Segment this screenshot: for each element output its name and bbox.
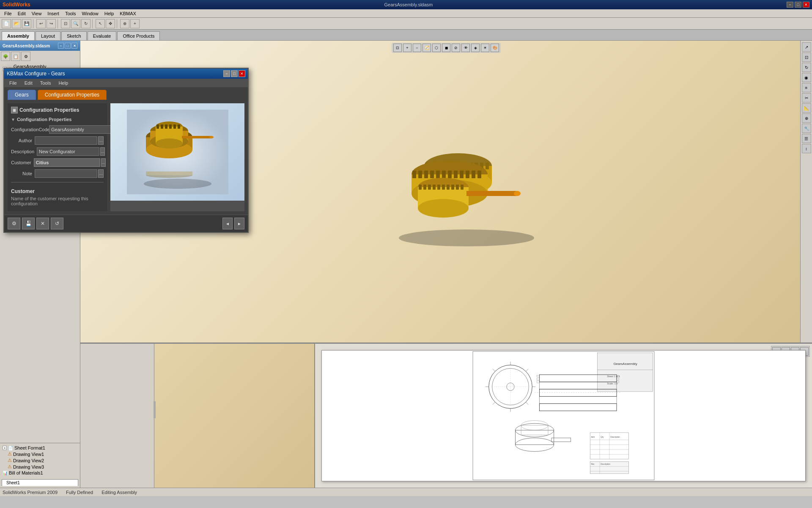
config-desc-btn[interactable]: … xyxy=(100,147,105,156)
config-desc-input[interactable] xyxy=(37,147,99,156)
undo-button[interactable]: ↩ xyxy=(36,19,46,28)
wireframe-button[interactable]: ⬡ xyxy=(432,44,441,52)
vp-tool-10[interactable]: ☰ xyxy=(802,134,811,143)
kbmax-menu-help[interactable]: Help xyxy=(55,80,71,86)
rotate-button[interactable]: ↻ xyxy=(81,19,91,28)
save-button[interactable]: 💾 xyxy=(22,19,31,28)
menu-insert[interactable]: Insert xyxy=(45,10,62,17)
kbmax-settings-button[interactable]: ⚙ xyxy=(8,218,20,229)
zoom-in-vp-button[interactable]: + xyxy=(403,44,411,52)
svg-text:Description: Description xyxy=(601,463,610,465)
menu-tools[interactable]: Tools xyxy=(63,10,79,17)
tree-item-bom[interactable]: 📊 Bill of Materials1 xyxy=(2,470,78,476)
kbmax-tab-config[interactable]: Configuration Properties xyxy=(38,90,107,100)
tree-item-sheet-format[interactable]: + 📄 Sheet Format1 xyxy=(2,445,78,451)
vp-tool-3[interactable]: ↻ xyxy=(802,63,811,72)
config-customer-input[interactable] xyxy=(34,158,100,167)
menu-file[interactable]: File xyxy=(2,10,14,17)
panel-minimize[interactable]: − xyxy=(58,43,64,49)
kbmax-preview-panel xyxy=(110,103,244,211)
panel-restore[interactable]: □ xyxy=(65,43,71,49)
tab-sketch[interactable]: Sketch xyxy=(61,31,87,40)
tab-office-products[interactable]: Office Products xyxy=(117,31,160,40)
vp-tool-6[interactable]: ✂ xyxy=(802,93,811,102)
mate-button[interactable]: ⊕ xyxy=(120,19,129,28)
tab-evaluate[interactable]: Evaluate xyxy=(88,31,117,40)
zoom-in-button[interactable]: 🔍 xyxy=(71,19,80,28)
restore-button[interactable]: □ xyxy=(795,2,801,8)
svg-rect-14 xyxy=(486,163,489,169)
vp-tool-11[interactable]: ↕ xyxy=(802,144,811,153)
kbmax-prev-button[interactable]: ◄ xyxy=(222,218,233,229)
kbmax-dialog-title: KBMax Configure - Gears xyxy=(7,71,223,77)
section-button[interactable]: ⊘ xyxy=(452,44,460,52)
tree-item-drawing-view2[interactable]: ⚠ Drawing View2 xyxy=(2,457,78,464)
kbmax-menu-file[interactable]: File xyxy=(6,80,20,86)
shaded-button[interactable]: ◼ xyxy=(442,44,450,52)
config-manager-tab[interactable]: ⚙ xyxy=(21,52,30,61)
kbmax-save-button[interactable]: 💾 xyxy=(22,218,35,229)
config-note-input[interactable] xyxy=(35,169,97,178)
menu-kbmax[interactable]: KBMAX xyxy=(117,10,139,17)
feature-manager-tab[interactable]: 🌳 xyxy=(1,52,10,61)
kbmax-next-button[interactable]: ► xyxy=(234,218,244,229)
config-author-input[interactable] xyxy=(35,136,97,145)
kbmax-minimize[interactable]: − xyxy=(223,70,230,77)
vp-tool-4[interactable]: ◉ xyxy=(802,73,811,82)
menu-help[interactable]: Help xyxy=(102,10,117,17)
config-customer-btn[interactable]: … xyxy=(101,158,106,167)
sheet1-tab[interactable]: Sheet1 xyxy=(2,479,78,486)
zoom-to-fit-button[interactable]: ⊡ xyxy=(393,44,402,52)
vp-tool-5[interactable]: ≡ xyxy=(802,83,811,92)
panel-resize-handle[interactable] xyxy=(154,401,156,418)
vp-tool-7[interactable]: 📐 xyxy=(802,103,811,113)
view-type-button[interactable]: 👁 xyxy=(461,44,470,52)
collapse-arrow[interactable]: ▼ xyxy=(11,117,15,122)
display-mode-button[interactable]: ◈ xyxy=(471,44,480,52)
toolbar-separator-3 xyxy=(92,19,94,28)
tree-item-drawing-view1[interactable]: ⚠ Drawing View1 xyxy=(2,451,78,457)
zoom-fit-button[interactable]: ⊡ xyxy=(61,19,70,28)
bottom-left-area xyxy=(80,344,315,488)
kbmax-maximize[interactable]: □ xyxy=(231,70,238,77)
zoom-out-vp-button[interactable]: − xyxy=(413,44,421,52)
vp-tool-9[interactable]: 🔧 xyxy=(802,124,811,133)
menu-view[interactable]: View xyxy=(29,10,44,17)
vp-tool-1[interactable]: ↗ xyxy=(802,42,811,52)
new-button[interactable]: 📄 xyxy=(2,19,11,28)
insert-component-button[interactable]: + xyxy=(130,19,140,28)
kbmax-close[interactable]: ✕ xyxy=(239,70,245,77)
tree-item-drawing-view3[interactable]: ⚠ Drawing View3 xyxy=(2,464,78,470)
kbmax-menu-tools[interactable]: Tools xyxy=(37,80,55,86)
vp-tool-2[interactable]: ⊡ xyxy=(802,52,811,62)
config-author-btn[interactable]: … xyxy=(98,136,104,145)
kbmax-tab-gears[interactable]: Gears xyxy=(8,90,36,100)
kbmax-cancel-button[interactable]: ✕ xyxy=(36,218,49,229)
config-code-input[interactable] xyxy=(49,125,112,134)
redo-button[interactable]: ↪ xyxy=(47,19,56,28)
menu-edit[interactable]: Edit xyxy=(15,10,28,17)
svg-rect-26 xyxy=(460,171,464,178)
kbmax-refresh-button[interactable]: ↺ xyxy=(51,218,63,229)
property-manager-tab[interactable]: 📋 xyxy=(11,52,20,61)
config-note-btn[interactable]: … xyxy=(98,169,104,178)
warning-icon-1: ⚠ xyxy=(8,451,12,457)
move-button[interactable]: ✥ xyxy=(106,19,115,28)
drawing-tree: + 📄 Sheet Format1 ⚠ Drawing View1 ⚠ Draw… xyxy=(0,443,80,478)
select-button[interactable]: ↖ xyxy=(96,19,105,28)
panel-close[interactable]: ✕ xyxy=(71,43,77,49)
close-button[interactable]: ✕ xyxy=(803,2,809,8)
vp-tool-8[interactable]: ⊕ xyxy=(802,113,811,123)
lighting-button[interactable]: ☀ xyxy=(481,44,489,52)
menu-window[interactable]: Window xyxy=(80,10,101,17)
expand-sheet-format[interactable]: + xyxy=(3,446,7,450)
view-orient-button[interactable]: 🧭 xyxy=(422,44,431,52)
tab-assembly[interactable]: Assembly xyxy=(2,31,35,40)
open-button[interactable]: 📂 xyxy=(12,19,21,28)
svg-rect-109 xyxy=(156,124,159,129)
kbmax-menu-edit[interactable]: Edit xyxy=(21,80,36,86)
minimize-button[interactable]: − xyxy=(787,2,793,8)
section-icon: ▦ xyxy=(11,107,18,113)
tab-layout[interactable]: Layout xyxy=(36,31,60,40)
appearance-button[interactable]: 🎨 xyxy=(491,44,499,52)
